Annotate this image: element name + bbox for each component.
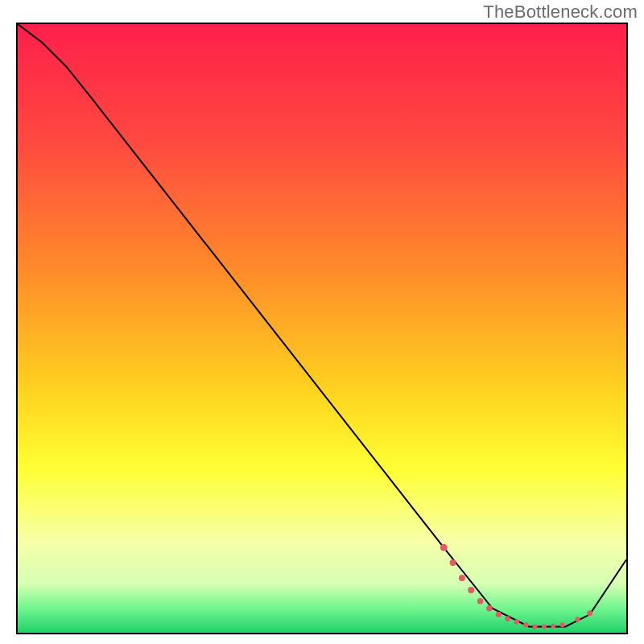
bottleneck-curve [18, 24, 626, 626]
marker-dot [523, 622, 528, 627]
marker-dot [459, 575, 465, 581]
marker-dot [575, 617, 580, 621]
sweet-spot-markers [440, 544, 592, 630]
marker-dot [496, 612, 502, 617]
marker-dot [450, 559, 456, 566]
marker-dot [477, 598, 484, 605]
marker-dot [551, 624, 555, 629]
marker-dot [468, 587, 474, 593]
marker-dot [486, 605, 493, 612]
marker-dot [542, 624, 547, 629]
watermark-text: TheBottleneck.com [483, 2, 638, 23]
marker-dot [505, 616, 510, 621]
marker-dot [560, 622, 565, 627]
marker-dot [514, 619, 519, 624]
marker-dot [440, 544, 448, 551]
curve-layer [18, 24, 626, 633]
marker-dot [587, 610, 592, 616]
marker-dot [533, 624, 538, 629]
chart-root: TheBottleneck.com [0, 0, 644, 644]
plot-area [16, 23, 628, 634]
